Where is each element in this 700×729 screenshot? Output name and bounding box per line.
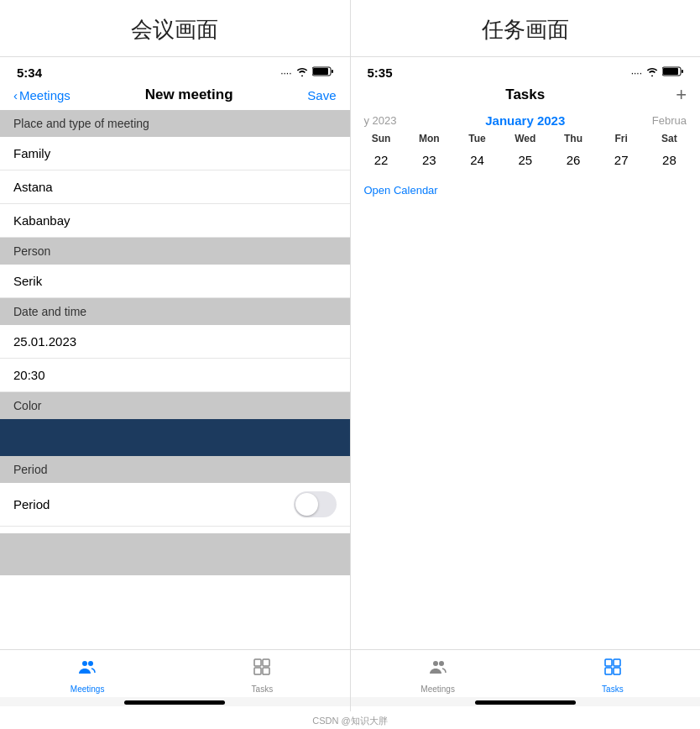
right-content: y 2023 January 2023 Februa Sun Mon Tue W… bbox=[351, 110, 701, 649]
meetings-tab-icon-r bbox=[428, 657, 448, 682]
today-indicator[interactable]: 22 bbox=[358, 153, 405, 167]
svg-rect-11 bbox=[682, 70, 683, 73]
meetings-tab-label: Meetings bbox=[71, 684, 105, 694]
left-home-indicator bbox=[124, 700, 225, 705]
section-place-header: Place and type of meeting bbox=[0, 110, 350, 137]
date-22[interactable]: 22 bbox=[358, 149, 405, 170]
section-period-header: Period bbox=[0, 456, 350, 483]
left-nav-title: New meeting bbox=[145, 87, 233, 103]
battery-icon-r bbox=[662, 66, 683, 79]
left-status-time: 5:34 bbox=[17, 66, 42, 80]
toggle-label: Period bbox=[13, 497, 50, 511]
date-24[interactable]: 24 bbox=[453, 149, 501, 170]
list-item-serik[interactable]: Serik bbox=[0, 265, 350, 298]
date-26[interactable]: 26 bbox=[549, 149, 597, 170]
svg-rect-5 bbox=[254, 659, 261, 666]
list-item-date[interactable]: 25.01.2023 bbox=[0, 325, 350, 359]
month-nav: y 2023 January 2023 Februa bbox=[351, 110, 701, 131]
weekday-thu: Thu bbox=[549, 133, 597, 144]
left-content: Place and type of meeting Family Astana … bbox=[0, 110, 350, 649]
left-status-bar: 5:34 ···· bbox=[0, 57, 350, 83]
right-status-time: 5:35 bbox=[368, 66, 393, 80]
color-swatch[interactable] bbox=[0, 419, 350, 456]
right-status-bar: 5:35 ···· bbox=[351, 57, 701, 83]
date-23[interactable]: 23 bbox=[405, 149, 453, 170]
right-nav-title: Tasks bbox=[505, 87, 545, 103]
svg-point-12 bbox=[433, 661, 438, 666]
prev-month-label[interactable]: y 2023 bbox=[364, 114, 397, 127]
weekdays-row: Sun Mon Tue Wed Thu Fri Sat bbox=[351, 131, 701, 146]
weekday-sun: Sun bbox=[358, 133, 405, 144]
back-button[interactable]: ‹ Meetings bbox=[13, 88, 71, 102]
signal-dots-icon-r: ···· bbox=[631, 67, 642, 79]
list-item-time[interactable]: 20:30 bbox=[0, 359, 350, 392]
svg-rect-17 bbox=[614, 668, 620, 674]
date-25[interactable]: 25 bbox=[501, 149, 549, 170]
left-phone: 5:34 ···· ‹ Meetings New meeting bbox=[0, 57, 351, 711]
svg-point-13 bbox=[439, 661, 444, 666]
right-phone: 5:35 ···· Tasks + bbox=[351, 57, 701, 711]
svg-rect-1 bbox=[313, 68, 328, 75]
weekday-wed: Wed bbox=[501, 133, 549, 144]
svg-point-4 bbox=[88, 661, 93, 666]
battery-icon bbox=[312, 66, 333, 79]
right-screen-label: 任务画面 bbox=[351, 0, 701, 56]
chevron-left-icon: ‹ bbox=[13, 88, 18, 102]
left-status-icons: ···· bbox=[280, 66, 332, 79]
svg-rect-10 bbox=[663, 68, 678, 75]
right-nav-bar: Tasks + bbox=[351, 83, 701, 110]
back-label: Meetings bbox=[19, 88, 71, 102]
save-button[interactable]: Save bbox=[307, 88, 336, 102]
tasks-tab-label-r: Tasks bbox=[602, 684, 624, 694]
svg-rect-2 bbox=[332, 70, 333, 73]
signal-dots-icon: ···· bbox=[280, 67, 291, 79]
date-27[interactable]: 27 bbox=[598, 149, 645, 170]
date-28[interactable]: 28 bbox=[645, 149, 693, 170]
weekday-sat: Sat bbox=[645, 133, 693, 144]
dates-row: 22 23 24 25 26 27 28 bbox=[351, 146, 701, 174]
weekday-fri: Fri bbox=[598, 133, 645, 144]
gray-block bbox=[0, 533, 350, 575]
tab-tasks-right[interactable]: Tasks bbox=[525, 657, 700, 694]
tab-meetings-left[interactable]: Meetings bbox=[0, 657, 175, 694]
open-calendar-button[interactable]: Open Calendar bbox=[351, 177, 701, 203]
top-labels: 会议画面 任务画面 bbox=[0, 0, 700, 57]
current-month-label[interactable]: January 2023 bbox=[485, 113, 565, 128]
svg-rect-8 bbox=[263, 668, 269, 674]
add-task-button[interactable]: + bbox=[676, 84, 687, 106]
svg-rect-6 bbox=[263, 659, 269, 666]
section-person-header: Person bbox=[0, 238, 350, 265]
left-nav-bar: ‹ Meetings New meeting Save bbox=[0, 83, 350, 110]
next-month-label[interactable]: Februa bbox=[652, 114, 687, 127]
meetings-tab-icon bbox=[77, 657, 97, 682]
svg-point-3 bbox=[82, 661, 87, 666]
tasks-tab-icon bbox=[252, 657, 272, 682]
svg-rect-16 bbox=[605, 668, 612, 674]
weekday-mon: Mon bbox=[405, 133, 453, 144]
tab-tasks-left[interactable]: Tasks bbox=[175, 657, 349, 694]
tab-meetings-right[interactable]: Meetings bbox=[351, 657, 525, 694]
list-item-kabanbay[interactable]: Kabanbay bbox=[0, 204, 350, 238]
weekday-tue: Tue bbox=[453, 133, 501, 144]
left-tab-bar: Meetings Tasks bbox=[0, 649, 350, 697]
section-datetime-header: Date and time bbox=[0, 298, 350, 325]
wifi-icon bbox=[295, 66, 309, 79]
period-toggle[interactable] bbox=[294, 491, 337, 517]
right-tab-bar: Meetings Tasks bbox=[351, 649, 701, 697]
toggle-row: Period bbox=[0, 483, 350, 527]
watermark: CSDN @知识大胖 bbox=[0, 711, 700, 729]
toggle-knob bbox=[295, 493, 318, 516]
svg-rect-7 bbox=[254, 668, 261, 674]
meetings-tab-label-r: Meetings bbox=[421, 684, 455, 694]
section-color-header: Color bbox=[0, 392, 350, 419]
right-status-icons: ···· bbox=[631, 66, 683, 79]
tasks-tab-icon-r bbox=[603, 657, 623, 682]
svg-rect-14 bbox=[605, 659, 612, 666]
list-item-family[interactable]: Family bbox=[0, 137, 350, 170]
page-wrapper: 会议画面 任务画面 5:34 ···· bbox=[0, 0, 700, 729]
svg-rect-15 bbox=[614, 659, 620, 666]
tasks-tab-label-left: Tasks bbox=[252, 684, 274, 694]
list-item-astana[interactable]: Astana bbox=[0, 170, 350, 204]
screens-row: 5:34 ···· ‹ Meetings New meeting bbox=[0, 57, 700, 711]
right-home-indicator bbox=[475, 700, 576, 705]
